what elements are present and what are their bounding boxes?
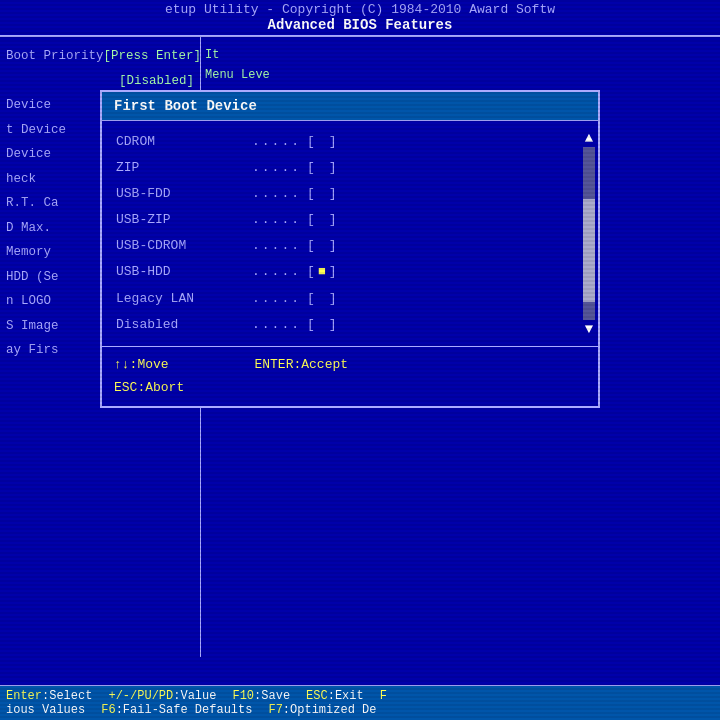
key-f: F	[380, 689, 387, 703]
bottom-row2: ious Values F6:Fail-Safe Defaults F7:Opt…	[6, 703, 714, 717]
modal-list: CDROM ..... [ ] ZIP ..... [ ] USB-FDD ..…	[102, 129, 580, 338]
first-boot-device-modal: First Boot Device CDROM ..... [ ] ZIP ..…	[100, 90, 600, 408]
scrollbar-up-arrow[interactable]: ▲	[585, 131, 593, 145]
modal-footer: ↑↓:Move ENTER:Accept ESC:Abort	[102, 346, 598, 406]
right-it: It	[205, 45, 326, 65]
value-boot-priority: [Press Enter]	[104, 45, 202, 68]
key-f7: F7	[268, 703, 282, 717]
bottom-row1: Enter:Select +/-/PU/PD:Value F10:Save ES…	[6, 689, 714, 703]
scrollbar-track	[583, 147, 595, 320]
key-f10: F10	[232, 689, 254, 703]
key-value: +/-/PU/PD	[108, 689, 173, 703]
enter-key: ENTER:Accept	[254, 357, 348, 372]
list-item[interactable]: ZIP ..... [ ]	[112, 155, 570, 181]
bios-header: etup Utility - Copyright (C) 1984-2010 A…	[0, 0, 720, 36]
key-f6: F6	[101, 703, 115, 717]
modal-body: CDROM ..... [ ] ZIP ..... [ ] USB-FDD ..…	[102, 121, 598, 346]
move-key: ↑↓:Move	[114, 357, 169, 372]
list-item[interactable]: Disabled ..... [ ]	[112, 312, 570, 338]
list-item[interactable]: USB-CDROM ..... [ ]	[112, 233, 570, 259]
bios-screen: etup Utility - Copyright (C) 1984-2010 A…	[0, 0, 720, 720]
row-disabled: [Disabled]	[6, 70, 194, 93]
right-menu: Menu Leve	[205, 65, 326, 85]
footer-row1: ↑↓:Move ENTER:Accept	[114, 353, 586, 376]
list-item[interactable]: USB-FDD ..... [ ]	[112, 181, 570, 207]
key-esc: ESC	[306, 689, 328, 703]
scrollbar-down-arrow[interactable]: ▼	[585, 322, 593, 336]
list-item[interactable]: USB-ZIP ..... [ ]	[112, 207, 570, 233]
list-item[interactable]: Legacy LAN ..... [ ]	[112, 286, 570, 312]
label-boot-priority: Boot Priority	[6, 45, 104, 68]
bottom-bar: Enter:Select +/-/PU/PD:Value F10:Save ES…	[0, 685, 720, 720]
row-boot-priority: Boot Priority [Press Enter]	[6, 45, 194, 68]
list-item[interactable]: CDROM ..... [ ]	[112, 129, 570, 155]
modal-scrollbar[interactable]: ▲ ▼	[580, 129, 598, 338]
header-line2: Advanced BIOS Features	[4, 17, 716, 33]
scrollbar-thumb	[583, 199, 595, 303]
footer-row2: ESC:Abort	[114, 376, 586, 399]
modal-title: First Boot Device	[102, 92, 598, 121]
header-line1: etup Utility - Copyright (C) 1984-2010 A…	[4, 2, 716, 17]
key-enter: Enter	[6, 689, 42, 703]
list-item-selected[interactable]: USB-HDD ..... [ ■ ]	[112, 259, 570, 285]
esc-key: ESC:Abort	[114, 380, 184, 395]
